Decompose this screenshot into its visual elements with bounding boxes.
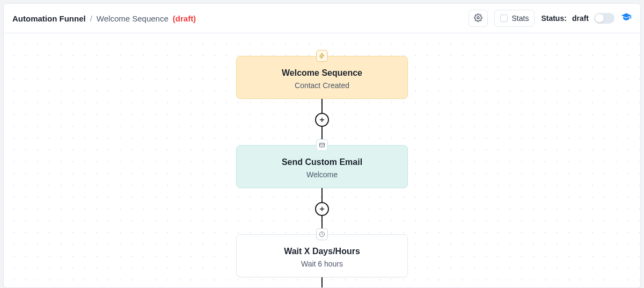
automation-canvas[interactable]: Welcome Sequence Contact Created Send Cu… [3, 33, 641, 288]
breadcrumb-current[interactable]: Welcome Sequence [97, 14, 169, 23]
node-subtitle: Wait 6 hours [245, 260, 399, 268]
clock-icon [316, 228, 328, 240]
connector-line [321, 99, 323, 113]
flow-column: Welcome Sequence Contact Created Send Cu… [236, 56, 408, 288]
node-trigger[interactable]: Welcome Sequence Contact Created [236, 56, 408, 99]
top-bar: Automation Funnel / Welcome Sequence (dr… [3, 3, 641, 33]
status-toggle[interactable] [594, 13, 614, 24]
status-area: Status: draft [541, 13, 614, 24]
settings-button[interactable] [469, 10, 488, 27]
stats-toggle-button[interactable]: Stats [494, 10, 535, 27]
mail-icon [316, 139, 328, 151]
help-button[interactable] [621, 12, 632, 25]
breadcrumb-draft-badge: (draft) [173, 14, 196, 23]
node-wait[interactable]: Wait X Days/Hours Wait 6 hours [236, 234, 408, 277]
connector-line [321, 188, 323, 202]
add-step-button[interactable] [315, 113, 329, 127]
status-value: draft [572, 14, 589, 23]
breadcrumb-separator: / [90, 14, 92, 23]
node-title: Wait X Days/Hours [245, 247, 399, 256]
stats-checkbox [500, 15, 508, 22]
stats-label: Stats [512, 14, 529, 23]
breadcrumb-root[interactable]: Automation Funnel [12, 14, 86, 23]
graduation-cap-icon [621, 12, 632, 25]
node-subtitle: Welcome [245, 170, 399, 179]
gear-icon [474, 13, 482, 24]
status-label-prefix: Status: [541, 14, 566, 23]
node-title: Send Custom Email [245, 157, 399, 167]
breadcrumb: Automation Funnel / Welcome Sequence (dr… [12, 14, 196, 23]
node-title: Welcome Sequence [245, 68, 399, 78]
node-send-email[interactable]: Send Custom Email Welcome [236, 145, 408, 188]
bolt-icon [316, 50, 328, 62]
connector-line [321, 277, 323, 288]
svg-point-0 [477, 17, 479, 19]
node-subtitle: Contact Created [245, 81, 399, 90]
add-step-button[interactable] [315, 202, 329, 216]
